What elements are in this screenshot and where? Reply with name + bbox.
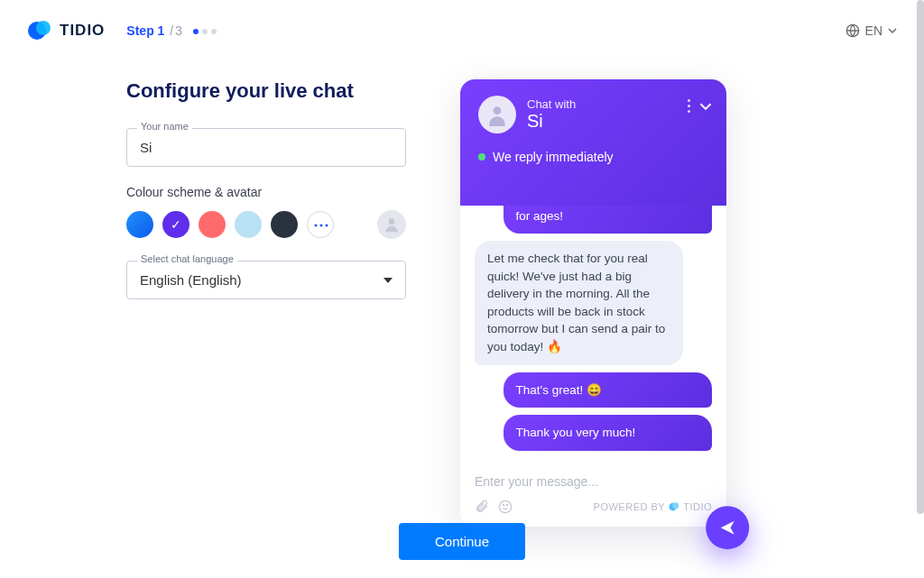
- chat-preview: Chat with Si We reply immediately I've b…: [460, 79, 726, 527]
- brand-text: TIDIO: [60, 22, 105, 40]
- attachment-icon[interactable]: [475, 500, 489, 514]
- color-swatch-coral[interactable]: [199, 211, 226, 238]
- language-value: English (English): [140, 272, 242, 288]
- svg-point-3: [389, 218, 395, 225]
- online-status-icon: [478, 153, 485, 161]
- step-indicator: Step 1 /3: [126, 23, 216, 38]
- progress-dot: [202, 29, 208, 34]
- brand-logo: TIDIO: [27, 18, 105, 43]
- color-more-button[interactable]: ⋯: [307, 211, 334, 238]
- svg-point-5: [499, 500, 511, 512]
- chat-header: Chat with Si We reply immediately: [460, 79, 726, 206]
- color-swatch-lightblue[interactable]: [235, 211, 262, 238]
- page-title: Configure your live chat: [126, 79, 406, 103]
- powered-by: POWERED BY TIDIO: [594, 501, 712, 512]
- svg-point-7: [506, 504, 507, 505]
- language-label: EN: [865, 23, 882, 38]
- person-icon: [485, 103, 509, 126]
- name-input[interactable]: [126, 128, 406, 167]
- color-swatch-blue[interactable]: [126, 211, 153, 238]
- color-swatch-dark[interactable]: [271, 211, 298, 238]
- person-icon: [383, 216, 401, 234]
- chat-avatar: [478, 96, 516, 133]
- logo-icon: [27, 18, 52, 43]
- caret-down-icon: [383, 278, 393, 283]
- name-field-wrapper: Your name: [126, 128, 406, 167]
- chevron-down-icon: [888, 28, 897, 33]
- progress-dot: [193, 29, 199, 34]
- chat-with-label: Chat with: [527, 97, 576, 111]
- scrollbar[interactable]: [917, 0, 924, 514]
- svg-point-9: [672, 502, 679, 509]
- status-text: We reply immediately: [493, 150, 614, 164]
- language-select[interactable]: English (English): [126, 261, 406, 299]
- chevron-down-icon[interactable]: [699, 100, 712, 113]
- continue-button[interactable]: Continue: [399, 523, 525, 560]
- chat-with-name: Si: [527, 111, 576, 132]
- chat-message-user: That's great! 😄: [504, 372, 712, 408]
- language-field-wrapper: Select chat language English (English): [126, 261, 406, 299]
- svg-point-1: [36, 21, 51, 35]
- color-swatch-purple[interactable]: ✓: [162, 211, 189, 238]
- globe-icon: [845, 23, 860, 38]
- chat-message-agent: Let me check that for you real quick! We…: [475, 241, 683, 364]
- avatar-placeholder[interactable]: [377, 210, 406, 239]
- color-scheme-label: Colour scheme & avatar: [126, 185, 406, 199]
- svg-point-4: [494, 106, 502, 115]
- language-switcher[interactable]: EN: [845, 23, 897, 38]
- svg-point-6: [503, 504, 504, 505]
- chat-input-placeholder[interactable]: Enter your message...: [475, 469, 712, 500]
- tidio-mini-logo-icon: [669, 501, 679, 512]
- chat-message-user: Thank you very much!: [504, 415, 712, 451]
- check-icon: ✓: [171, 217, 181, 232]
- kebab-menu-icon[interactable]: [688, 99, 690, 113]
- send-button[interactable]: [706, 506, 749, 549]
- send-icon: [718, 518, 736, 537]
- emoji-icon[interactable]: [498, 500, 513, 514]
- progress-dot: [211, 29, 217, 34]
- name-label: Your name: [137, 121, 192, 132]
- language-select-label: Select chat language: [137, 253, 237, 264]
